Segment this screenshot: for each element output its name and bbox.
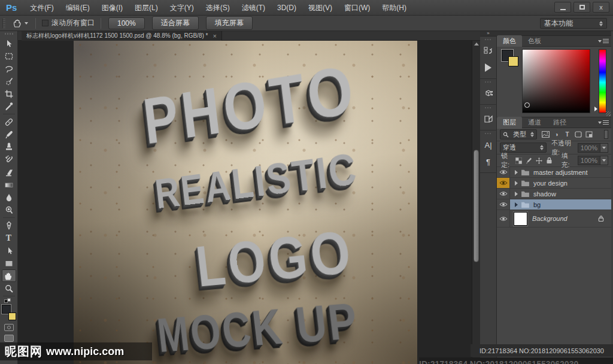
expand-group-icon[interactable] — [515, 192, 518, 196]
properties-panel-icon[interactable] — [482, 112, 495, 126]
scroll-all-windows-checkbox[interactable] — [42, 20, 48, 26]
quick-selection-tool[interactable] — [2, 75, 16, 87]
menu-window[interactable]: 窗口(W) — [338, 0, 376, 16]
tab-channels[interactable]: 通道 — [522, 117, 547, 129]
quick-mask-button[interactable] — [4, 324, 14, 331]
character-panel-icon[interactable]: A| — [482, 138, 495, 152]
screen-mode-button[interactable] — [4, 335, 14, 342]
paragraph-panel-icon[interactable]: ¶ — [482, 154, 495, 169]
history-brush-tool[interactable] — [2, 153, 16, 166]
color-cursor-icon[interactable] — [524, 102, 530, 108]
blur-tool[interactable] — [2, 191, 16, 204]
filter-adjustment-layers-icon[interactable]: ◑ — [553, 131, 560, 138]
close-button[interactable]: x — [593, 2, 609, 13]
menu-layer[interactable]: 图层(L) — [129, 0, 164, 16]
visibility-toggle[interactable] — [497, 178, 510, 188]
fill-dropdown-button[interactable] — [600, 156, 608, 165]
eyedropper-tool[interactable] — [2, 100, 16, 113]
zoom-100-button[interactable]: 100% — [108, 17, 145, 29]
expand-group-icon[interactable] — [515, 181, 518, 186]
hue-ramp[interactable] — [599, 49, 606, 113]
rectangle-tool[interactable] — [2, 257, 16, 269]
layer-row-bg[interactable]: bg — [497, 199, 611, 210]
rectangular-marquee-tool[interactable] — [2, 50, 16, 62]
lasso-tool[interactable] — [2, 62, 16, 75]
3d-panel-icon[interactable] — [482, 86, 495, 101]
clone-stamp-tool[interactable] — [2, 141, 16, 153]
layer-filter-type-dropdown[interactable]: 类型 — [500, 129, 537, 139]
menu-filter[interactable]: 滤镜(T) — [236, 0, 271, 16]
layer-row-master-adjustment[interactable]: master adjustment — [497, 167, 611, 178]
menu-image[interactable]: 图像(I) — [96, 0, 129, 16]
visibility-toggle[interactable] — [497, 167, 510, 177]
workspace-switcher[interactable]: 基本功能 — [540, 18, 607, 29]
eraser-tool[interactable] — [2, 166, 16, 178]
opacity-dropdown-button[interactable] — [600, 143, 608, 153]
saturation-brightness-field[interactable] — [522, 49, 590, 113]
tab-color[interactable]: 颜色 — [497, 35, 522, 47]
visibility-toggle[interactable] — [497, 189, 510, 199]
dodge-tool[interactable] — [2, 204, 16, 216]
layer-row-your-design[interactable]: your design — [497, 178, 611, 189]
hand-tool[interactable] — [2, 269, 16, 282]
panel-menu-icon[interactable] — [598, 39, 609, 44]
visibility-toggle[interactable] — [497, 199, 510, 210]
vertical-scrollbar[interactable] — [472, 41, 480, 364]
visibility-toggle[interactable] — [497, 210, 510, 227]
dock-collapse-header[interactable]: » — [480, 31, 497, 37]
filter-type-layers-icon[interactable]: T — [563, 131, 571, 138]
canvas-image[interactable]: PHOTO REALISTIC LOGO MOCK UP — [74, 41, 417, 364]
minimize-button[interactable] — [554, 2, 571, 13]
opacity-value[interactable]: 100% — [578, 143, 600, 153]
actions-panel-icon[interactable] — [482, 60, 495, 75]
document-tab[interactable]: 标志样机logo样机vi样机1172 1500 1500.psd @ 48.8%… — [22, 31, 222, 41]
lock-all-icon[interactable] — [546, 157, 553, 164]
layer-thumbnail[interactable] — [514, 212, 527, 226]
swap-colors-icon[interactable] — [4, 298, 14, 303]
opacity-control[interactable]: 100% — [578, 143, 608, 153]
brush-tool[interactable] — [2, 128, 16, 141]
background-color-swatch[interactable] — [8, 313, 16, 320]
tab-layers[interactable]: 图层 — [497, 117, 522, 129]
zoom-tool[interactable] — [2, 282, 16, 295]
menu-view[interactable]: 视图(V) — [302, 0, 338, 16]
expand-group-icon[interactable] — [515, 202, 518, 207]
spot-healing-brush-tool[interactable] — [2, 116, 16, 128]
crop-tool[interactable] — [2, 87, 16, 100]
hue-marker-icon[interactable] — [594, 107, 597, 111]
fill-value[interactable]: 100% — [578, 156, 600, 165]
filter-toggle-switch[interactable] — [604, 130, 608, 139]
filter-pixel-layers-icon[interactable] — [542, 131, 550, 138]
fill-screen-button[interactable]: 填充屏幕 — [206, 16, 253, 30]
layer-row-shadow[interactable]: shadow — [497, 189, 611, 199]
scrollbar-thumb[interactable] — [474, 150, 479, 262]
lock-pixels-icon[interactable] — [526, 157, 532, 164]
gradient-tool[interactable] — [2, 178, 16, 191]
expand-group-icon[interactable] — [515, 170, 518, 175]
menu-edit[interactable]: 编辑(E) — [60, 0, 96, 16]
tab-paths[interactable]: 路径 — [547, 117, 572, 129]
pasteboard[interactable]: PHOTO REALISTIC LOGO MOCK UP — [18, 41, 480, 364]
scroll-up-arrow-icon[interactable] — [474, 43, 479, 46]
lock-position-icon[interactable] — [536, 157, 542, 164]
close-tab-icon[interactable]: × — [213, 32, 216, 40]
background-color-swatch[interactable] — [508, 56, 518, 66]
history-panel-icon[interactable] — [482, 44, 495, 58]
menu-3d[interactable]: 3D(D) — [271, 0, 302, 16]
filter-smart-objects-icon[interactable] — [585, 131, 593, 138]
tab-swatches[interactable]: 色板 — [522, 35, 547, 47]
menu-help[interactable]: 帮助(H) — [376, 0, 412, 16]
layer-row-background[interactable]: Background — [497, 210, 611, 228]
menu-type[interactable]: 文字(Y) — [164, 0, 200, 16]
type-tool[interactable]: T — [2, 232, 16, 244]
fit-screen-button[interactable]: 适合屏幕 — [152, 16, 199, 30]
filter-shape-layers-icon[interactable] — [574, 131, 582, 138]
scroll-all-windows-option[interactable]: 滚动所有窗口 — [40, 18, 97, 28]
panel-fg-bg-swatches[interactable] — [502, 50, 520, 68]
pen-tool[interactable] — [2, 219, 16, 232]
panel-menu-icon[interactable] — [598, 120, 609, 125]
panel-resize-grip[interactable] — [606, 111, 611, 116]
menu-file[interactable]: 文件(F) — [24, 0, 59, 16]
maximize-button[interactable] — [573, 2, 590, 13]
fill-control[interactable]: 100% — [578, 156, 608, 165]
